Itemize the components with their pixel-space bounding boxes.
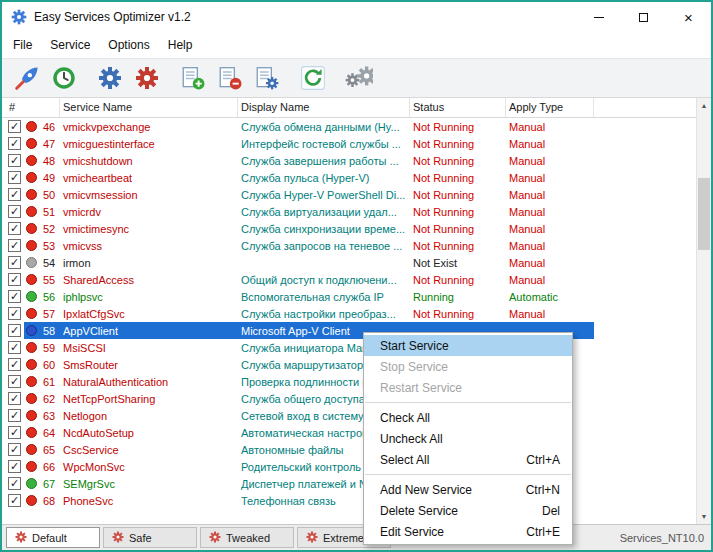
column-header-num[interactable]: # bbox=[6, 98, 60, 117]
context-item-label: Uncheck All bbox=[380, 432, 560, 446]
uninstall-service-gear-icon[interactable] bbox=[130, 61, 164, 95]
service-status: Not Running bbox=[410, 240, 506, 252]
optimize-rocket-icon[interactable] bbox=[10, 61, 44, 95]
context-item-edit-service[interactable]: Edit ServiceCtrl+E bbox=[364, 521, 572, 542]
row-checkbox[interactable]: ✓ bbox=[8, 409, 21, 422]
service-status: Not Running bbox=[410, 223, 506, 235]
maximize-icon bbox=[639, 13, 648, 22]
apply-type: Manual bbox=[506, 121, 594, 133]
row-checkbox[interactable]: ✓ bbox=[8, 273, 21, 286]
maximize-button[interactable] bbox=[621, 2, 666, 32]
row-checkbox[interactable]: ✓ bbox=[8, 239, 21, 252]
restore-defaults-clock-icon[interactable] bbox=[47, 61, 81, 95]
service-row-CscService[interactable]: ✓65CscServiceАвтономные файлы bbox=[2, 441, 696, 458]
row-number: 67 bbox=[40, 478, 60, 490]
row-checkbox[interactable]: ✓ bbox=[8, 341, 21, 354]
service-row-Netlogon[interactable]: ✓63NetlogonСетевой вход в систему bbox=[2, 407, 696, 424]
row-number: 64 bbox=[40, 427, 60, 439]
context-item-check-all[interactable]: Check All bbox=[364, 407, 572, 428]
vertical-scrollbar[interactable]: ▲ ▼ bbox=[696, 98, 711, 524]
row-checkbox[interactable]: ✓ bbox=[8, 443, 21, 456]
service-name: WpcMonSvc bbox=[60, 461, 238, 473]
add-service-icon[interactable] bbox=[176, 61, 210, 95]
service-row-SEMgrSvc[interactable]: ✓67SEMgrSvcДиспетчер платежей и NFC/... bbox=[2, 475, 696, 492]
edit-service-icon[interactable] bbox=[250, 61, 284, 95]
row-checkbox[interactable]: ✓ bbox=[8, 307, 21, 320]
service-row-PhoneSvc[interactable]: ✓68PhoneSvcТелефонная связь bbox=[2, 492, 696, 509]
context-item-start-service[interactable]: Start Service bbox=[364, 335, 572, 356]
service-row-vmicheartbeat[interactable]: ✓49vmicheartbeatСлужба пульса (Hyper-V)N… bbox=[2, 169, 696, 186]
context-item-label: Stop Service bbox=[380, 360, 560, 374]
close-button[interactable]: × bbox=[666, 2, 711, 32]
service-row-SmsRouter[interactable]: ✓60SmsRouterСлужба маршрутизатора SM... bbox=[2, 356, 696, 373]
service-row-vmickvpexchange[interactable]: ✓46vmickvpexchangeСлужба обмена данными … bbox=[2, 118, 696, 135]
refresh-icon[interactable] bbox=[296, 61, 330, 95]
minimize-button[interactable] bbox=[576, 2, 621, 32]
menu-file[interactable]: File bbox=[4, 34, 41, 56]
apply-type: Manual bbox=[506, 240, 594, 252]
row-checkbox[interactable]: ✓ bbox=[8, 188, 21, 201]
service-row-vmictimesync[interactable]: ✓52vmictimesyncСлужба синхронизации врем… bbox=[2, 220, 696, 237]
tab-tweaked[interactable]: Tweaked bbox=[200, 527, 294, 548]
service-status: Not Exist bbox=[410, 257, 506, 269]
service-row-SharedAccess[interactable]: ✓55SharedAccessОбщий доступ к подключени… bbox=[2, 271, 696, 288]
scrollbar-thumb[interactable] bbox=[698, 178, 710, 250]
service-row-vmicguestinterface[interactable]: ✓47vmicguestinterfaceИнтерфейс гостевой … bbox=[2, 135, 696, 152]
row-checkbox[interactable]: ✓ bbox=[8, 460, 21, 473]
service-row-vmicvmsession[interactable]: ✓50vmicvmsessionСлужба Hyper-V PowerShel… bbox=[2, 186, 696, 203]
service-row-vmicshutdown[interactable]: ✓48vmicshutdownСлужба завершения работы … bbox=[2, 152, 696, 169]
row-checkbox[interactable]: ✓ bbox=[8, 137, 21, 150]
service-row-AppVClient[interactable]: ✓58AppVClientMicrosoft App-V Client bbox=[2, 322, 696, 339]
scroll-down-icon[interactable]: ▼ bbox=[697, 509, 711, 524]
service-name: IpxlatCfgSvc bbox=[60, 308, 238, 320]
tab-default[interactable]: Default bbox=[6, 527, 100, 548]
tab-label: Tweaked bbox=[226, 532, 270, 544]
context-item-uncheck-all[interactable]: Uncheck All bbox=[364, 428, 572, 449]
service-name: MsiSCSI bbox=[60, 342, 238, 354]
install-service-gear-icon[interactable] bbox=[93, 61, 127, 95]
context-item-add-new-service[interactable]: Add New ServiceCtrl+N bbox=[364, 479, 572, 500]
service-row-irmon[interactable]: ✓54irmonNot ExistManual bbox=[2, 254, 696, 271]
row-checkbox[interactable]: ✓ bbox=[8, 256, 21, 269]
column-header-apply-type[interactable]: Apply Type bbox=[506, 98, 594, 117]
row-checkbox[interactable]: ✓ bbox=[8, 392, 21, 405]
row-checkbox[interactable]: ✓ bbox=[8, 358, 21, 371]
service-row-WpcMonSvc[interactable]: ✓66WpcMonSvcРодительский контроль bbox=[2, 458, 696, 475]
options-gears-icon[interactable] bbox=[342, 61, 376, 95]
row-checkbox[interactable]: ✓ bbox=[8, 120, 21, 133]
minimize-icon bbox=[594, 17, 604, 18]
delete-service-icon[interactable] bbox=[213, 61, 247, 95]
row-checkbox[interactable]: ✓ bbox=[8, 222, 21, 235]
service-row-vmicvss[interactable]: ✓53vmicvssСлужба запросов на теневое ...… bbox=[2, 237, 696, 254]
service-name: AppVClient bbox=[60, 325, 238, 337]
service-row-iphlpsvc[interactable]: ✓56iphlpsvcВспомогательная служба IPRunn… bbox=[2, 288, 696, 305]
context-item-delete-service[interactable]: Delete ServiceDel bbox=[364, 500, 572, 521]
service-row-IpxlatCfgSvc[interactable]: ✓57IpxlatCfgSvcСлужба настройки преобраз… bbox=[2, 305, 696, 322]
service-row-NetTcpPortSharing[interactable]: ✓62NetTcpPortSharingСлужба общего доступ… bbox=[2, 390, 696, 407]
row-checkbox[interactable]: ✓ bbox=[8, 494, 21, 507]
status-dot-red bbox=[26, 121, 37, 132]
service-row-vmicrdv[interactable]: ✓51vmicrdvСлужба виртуализации удал...No… bbox=[2, 203, 696, 220]
row-checkbox[interactable]: ✓ bbox=[8, 154, 21, 167]
row-checkbox[interactable]: ✓ bbox=[8, 375, 21, 388]
row-checkbox[interactable]: ✓ bbox=[8, 324, 21, 337]
menu-help[interactable]: Help bbox=[159, 34, 202, 56]
column-header-service-name[interactable]: Service Name bbox=[60, 98, 238, 117]
column-header-status[interactable]: Status bbox=[410, 98, 506, 117]
service-row-NcdAutoSetup[interactable]: ✓64NcdAutoSetupАвтоматическая настройка … bbox=[2, 424, 696, 441]
service-status: Not Running bbox=[410, 121, 506, 133]
row-checkbox[interactable]: ✓ bbox=[8, 205, 21, 218]
row-checkbox[interactable]: ✓ bbox=[8, 426, 21, 439]
row-checkbox[interactable]: ✓ bbox=[8, 290, 21, 303]
row-checkbox[interactable]: ✓ bbox=[8, 171, 21, 184]
service-row-MsiSCSI[interactable]: ✓59MsiSCSIСлужба инициатора Майкрос... bbox=[2, 339, 696, 356]
column-header-display-name[interactable]: Display Name bbox=[238, 98, 410, 117]
menu-service[interactable]: Service bbox=[41, 34, 99, 56]
menu-options[interactable]: Options bbox=[99, 34, 158, 56]
scroll-up-icon[interactable]: ▲ bbox=[697, 98, 711, 113]
service-name: vmickvpexchange bbox=[60, 121, 238, 133]
tab-safe[interactable]: Safe bbox=[103, 527, 197, 548]
service-row-NaturalAuthentication[interactable]: ✓61NaturalAuthenticationПроверка подлинн… bbox=[2, 373, 696, 390]
context-item-select-all[interactable]: Select AllCtrl+A bbox=[364, 449, 572, 470]
row-checkbox[interactable]: ✓ bbox=[8, 477, 21, 490]
